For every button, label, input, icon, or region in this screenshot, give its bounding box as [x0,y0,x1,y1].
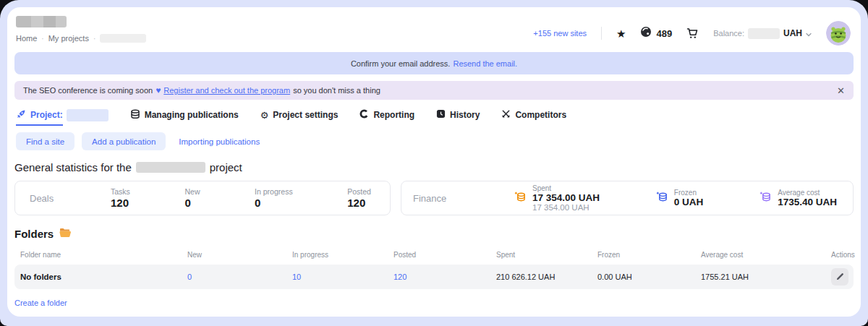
seo-conference-banner: The SEO conference is coming soon ♥ Regi… [14,81,854,100]
tab-reporting-label: Reporting [373,110,414,120]
gear-icon: ⚙ [260,111,269,120]
balance-label: Balance: [713,29,744,38]
deals-label: Deals [30,193,111,204]
action-buttons: Find a site Add a publication Importing … [16,132,854,150]
deals-card: Deals Tasks 120 New 0 In progress 0 [14,181,391,215]
in-progress-count-link[interactable]: 10 [292,273,393,281]
col-spent: Spent [496,251,597,259]
create-folder-link[interactable]: Create a folder [14,299,67,307]
resend-email-link[interactable]: Resend the email. [453,59,517,68]
seo-banner-text-after: so you don't miss a thing [293,86,380,95]
pie-chart-icon [359,109,369,121]
crossed-swords-icon [501,109,511,121]
coin-icon [640,26,652,40]
page-background: Home · My projects · +155 new sites ★ 48… [0,0,868,326]
history-icon [436,109,446,121]
average-cost-cell: 1755.21 UAH [701,273,831,281]
favorites-star-icon[interactable]: ★ [616,28,626,39]
deals-stat-posted: Posted 120 [347,187,371,209]
coins-counter[interactable]: 489 [640,26,672,40]
col-actions: Actions [831,251,855,259]
project-tabs: Project: Managing publications ⚙ Project… [16,107,854,123]
finance-stat-average-cost: Average cost 1735.40 UAH [760,189,837,207]
email-confirm-banner: Confirm your email address. Resend the e… [14,52,854,74]
chevron-down-icon [806,27,812,40]
project-name-redacted [67,109,109,121]
col-posted: Posted [393,251,496,259]
deals-stat-new: New 0 [184,187,200,209]
pencil-icon [836,272,844,283]
tab-managing-publications[interactable]: Managing publications [130,109,239,121]
header-left: Home · My projects · [16,16,146,43]
spent-cell: 210 626.12 UAH [496,273,597,281]
stats-heading-suffix: project [210,161,242,173]
coin-count: 489 [656,28,672,39]
frozen-cell: 0.00 UAH [597,273,701,281]
coins-blue-icon [656,190,669,206]
tab-project[interactable]: Project: [16,109,109,121]
seo-register-link[interactable]: Register and check out the program [163,86,290,95]
breadcrumb-home[interactable]: Home [16,34,37,43]
main-card: Home · My projects · +155 new sites ★ 48… [7,7,861,317]
col-in-progress: In progress [292,251,393,259]
header-right: +155 new sites ★ 489 Balance: UAH [533,21,851,46]
folder-icon [59,228,71,240]
table-row: No folders 0 10 120 210 626.12 UAH 0.00 … [14,265,854,289]
find-site-button[interactable]: Find a site [16,132,75,150]
tab-reporting[interactable]: Reporting [359,109,414,121]
coins-orange-icon [514,190,527,206]
posted-count-link[interactable]: 120 [393,273,496,281]
coins-purple-icon [760,190,773,206]
tab-history-label: History [450,110,480,120]
deals-stat-in-progress: In progress 0 [255,187,293,209]
col-folder-name: Folder name [20,251,187,259]
add-publication-button[interactable]: Add a publication [82,132,166,150]
header-divider [601,27,602,40]
project-name-redacted [136,162,205,173]
tab-project-label: Project: [30,110,63,120]
breadcrumb: Home · My projects · [16,34,146,43]
tab-project-settings[interactable]: ⚙ Project settings [260,110,339,120]
new-count-link[interactable]: 0 [187,273,292,281]
folders-table: Folder name New In progress Posted Spent… [14,246,854,289]
new-sites-link[interactable]: +155 new sites [533,29,587,38]
email-banner-text: Confirm your email address. [351,59,451,68]
balance-amount-redacted [748,28,780,39]
page-title: General statistics for the project [14,161,854,173]
stack-icon [130,109,140,121]
heart-icon: ♥ [156,85,161,95]
col-frozen: Frozen [597,251,701,259]
finance-label: Finance [413,193,514,204]
folder-name-cell: No folders [20,273,187,281]
deals-stat-tasks: Tasks 120 [111,187,130,209]
col-new: New [187,251,292,259]
breadcrumb-my-projects[interactable]: My projects [48,34,89,43]
top-header: Home · My projects · +155 new sites ★ 48… [7,7,861,46]
finance-stat-frozen: Frozen 0 UAH [656,189,704,207]
close-icon[interactable]: ✕ [837,86,845,95]
statistics-cards: Deals Tasks 120 New 0 In progress 0 [14,181,854,215]
stats-heading-prefix: General statistics for the [14,161,132,173]
finance-stat-spent: Spent 17 354.00 UAH 17 354.00 UAH [514,184,600,212]
importing-publications-link[interactable]: Importing publications [179,137,260,146]
seo-banner-text-before: The SEO conference is coming soon [23,86,153,95]
tab-history[interactable]: History [436,109,480,121]
tab-managing-label: Managing publications [145,110,239,120]
breadcrumb-separator: · [41,35,43,43]
table-header-row: Folder name New In progress Posted Spent… [14,246,854,263]
col-average-cost: Average cost [701,251,831,259]
user-avatar[interactable] [826,21,851,46]
tab-settings-label: Project settings [273,110,338,120]
logo-redacted [16,16,67,27]
tab-competitors-label: Competitors [515,110,566,120]
breadcrumb-separator: · [93,35,95,43]
balance-currency: UAH [783,28,802,38]
cart-icon[interactable] [686,27,699,40]
folders-heading: Folders [14,228,854,240]
breadcrumb-project-redacted [100,34,146,43]
tab-competitors[interactable]: Competitors [501,109,566,121]
rocket-icon [16,109,26,121]
finance-card: Finance Spent 17 354.00 UAH 17 354.00 UA… [401,181,854,215]
edit-button[interactable] [831,268,848,286]
balance-dropdown[interactable]: Balance: UAH [713,27,812,40]
